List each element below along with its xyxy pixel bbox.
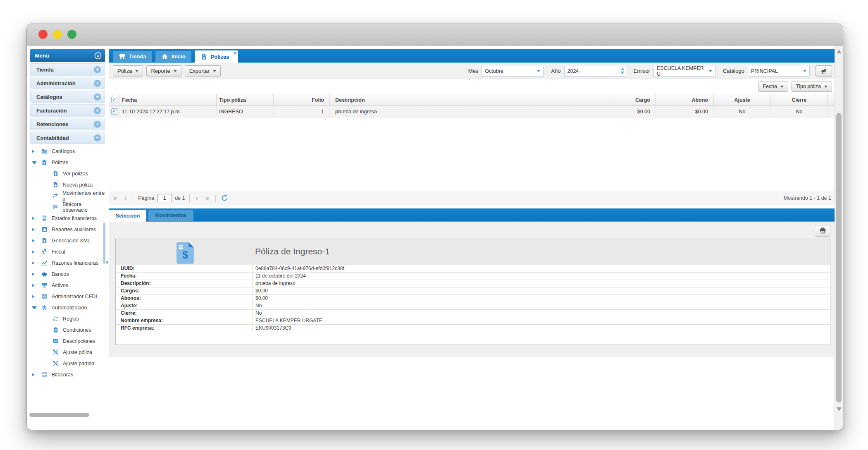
toolbar: Póliza Reporte Exportar Mes Octubre Año …: [109, 63, 835, 79]
row-checkbox[interactable]: ✓: [109, 106, 119, 117]
sidebar-section-catalogos[interactable]: Catálogos +: [30, 91, 105, 103]
detail-tab-seleccion[interactable]: Selección: [109, 210, 146, 222]
column-header-folio[interactable]: Folio: [274, 94, 330, 105]
tree-item-generacion-xml[interactable]: Generación XML: [30, 235, 105, 246]
tree-item-condiciones[interactable]: Condiciones: [30, 324, 105, 335]
tree-item-automatizacion[interactable]: Automatización: [30, 302, 105, 313]
sidebar-section-retenciones[interactable]: Retenciones +: [30, 118, 105, 130]
close-window-button[interactable]: [38, 30, 48, 39]
tree-item-reglas[interactable]: 12 Reglas: [30, 313, 105, 324]
tree-item-reportes-auxiliares[interactable]: Reportes auxiliares: [30, 224, 105, 235]
expand-toggle-icon[interactable]: +: [94, 80, 101, 87]
tree-item-fiscal[interactable]: Fiscal: [30, 246, 105, 257]
maximize-window-button[interactable]: [67, 30, 76, 39]
chevron-down-icon: [213, 70, 216, 72]
previous-page-button[interactable]: ‹: [124, 195, 126, 201]
detail-tab-movimientos[interactable]: Movimientos: [148, 210, 193, 221]
tree-arrow-icon[interactable]: [32, 295, 37, 298]
tree-item-nueva-poliza[interactable]: Nueva póliza: [30, 179, 105, 190]
table-row[interactable]: ✓11-10-2024 12:22:17 p.m.INGRESO1prueba …: [109, 106, 835, 117]
tree-item-catalogos[interactable]: Catálogos: [30, 146, 105, 157]
tree-item-ajuste-poliza[interactable]: Ajuste póliza: [30, 347, 105, 358]
page-number-input[interactable]: [157, 194, 172, 202]
collapse-sidebar-icon[interactable]: «: [94, 52, 102, 60]
print-button[interactable]: [815, 225, 830, 237]
tree-item-bitacoras[interactable]: Bitácoras: [30, 369, 105, 380]
expand-toggle-icon[interactable]: +: [94, 66, 101, 73]
spinner-arrows-icon[interactable]: [621, 68, 624, 74]
sidebar-section-contabilidad[interactable]: Contabilidad −: [30, 132, 105, 144]
splitter-collapse-arrow[interactable]: [105, 260, 108, 264]
tree-item-bitacora-observacio[interactable]: Bitácora observacio: [30, 201, 105, 213]
tree-item-label: Ajuste partida: [63, 361, 94, 366]
clear-filters-button[interactable]: [816, 65, 832, 77]
column-header-fecha[interactable]: Fecha: [119, 94, 217, 105]
catalogo-combobox[interactable]: PRINCIPAL: [748, 66, 810, 77]
emisor-value: ESCUELA KEMPER U: [657, 65, 709, 77]
sidebar-horizontal-scrollbar-thumb[interactable]: [29, 413, 89, 417]
sidebar-section-administracion[interactable]: Administración +: [30, 77, 105, 89]
column-header-descripcion[interactable]: Descripción: [330, 94, 610, 105]
tree-item-label: Estados financieros: [52, 215, 97, 221]
tree-item-movimientos-entre-p[interactable]: Movimientos entre p: [30, 190, 105, 201]
tree-item-descripciones[interactable]: AD Descripciones: [30, 335, 105, 347]
tree-item-estados-financieros[interactable]: Estados financieros: [30, 213, 105, 224]
sidebar-header[interactable]: Menú «: [30, 49, 105, 62]
sort-by-tipo-poliza-button[interactable]: Tipo póliza: [792, 81, 832, 92]
tree-item-ajuste-partida[interactable]: Ajuste partida: [30, 358, 105, 369]
tree-item-polizas[interactable]: $ Pólizas: [30, 157, 105, 168]
tree-item-bancos[interactable]: Bancos: [30, 268, 105, 280]
tree-arrow-icon[interactable]: [32, 373, 37, 376]
tree-arrow-icon[interactable]: [32, 284, 37, 287]
scroll-down-icon[interactable]: [837, 407, 842, 411]
column-header-tipo-poliza[interactable]: Tipo póliza: [217, 94, 274, 105]
tree-arrow-icon[interactable]: [32, 150, 37, 153]
sidebar-scrollbar-thumb[interactable]: [103, 223, 105, 264]
tree-item-ver-polizas[interactable]: $ Ver pólizas: [30, 168, 105, 179]
tree-arrow-icon[interactable]: [32, 273, 37, 276]
tree-arrow-icon[interactable]: [32, 217, 37, 220]
cell-ajuste: No: [714, 106, 771, 117]
column-header-ajuste[interactable]: Ajuste: [714, 94, 771, 105]
last-page-button[interactable]: »: [205, 195, 209, 201]
tree-arrow-icon[interactable]: [32, 228, 37, 231]
tab-polizas[interactable]: $ Pólizas ×: [195, 50, 238, 63]
tab-tienda[interactable]: Tienda: [113, 51, 152, 62]
column-header-abono[interactable]: Abono: [656, 94, 714, 105]
close-tab-icon[interactable]: ×: [234, 51, 236, 56]
vertical-scrollbar-thumb[interactable]: [836, 113, 842, 402]
scroll-up-icon[interactable]: [837, 50, 842, 53]
minimize-window-button[interactable]: [53, 30, 62, 39]
expand-toggle-icon[interactable]: +: [94, 121, 101, 128]
expand-toggle-icon[interactable]: −: [94, 134, 101, 141]
expand-toggle-icon[interactable]: +: [94, 107, 101, 114]
reporte-menu-button[interactable]: Reporte: [146, 65, 181, 77]
first-page-button[interactable]: «: [113, 195, 117, 201]
tree-arrow-icon[interactable]: [32, 261, 37, 265]
refresh-icon[interactable]: [221, 194, 228, 202]
tree-arrow-icon[interactable]: [32, 250, 37, 254]
tree-arrow-icon[interactable]: [32, 161, 37, 164]
select-all-checkbox[interactable]: ✓: [109, 94, 119, 105]
mes-value: Octubre: [485, 68, 503, 74]
mes-combobox[interactable]: Octubre: [482, 66, 544, 77]
tree-item-administrador-cfdi[interactable]: <> Administrador CFDI: [30, 291, 105, 302]
sort-by-fecha-button[interactable]: Fecha: [758, 81, 788, 92]
column-header-cargo[interactable]: Cargo: [610, 94, 656, 105]
window-titlebar[interactable]: [27, 24, 843, 45]
ano-spinner[interactable]: 2024: [564, 66, 626, 77]
expand-toggle-icon[interactable]: +: [94, 93, 101, 101]
vertical-scrollbar[interactable]: [835, 45, 843, 430]
poliza-menu-button[interactable]: Póliza: [113, 65, 143, 77]
sidebar-section-tienda[interactable]: Tienda +: [30, 63, 105, 76]
emisor-combobox[interactable]: ESCUELA KEMPER U: [653, 66, 715, 77]
sidebar-section-facturacion[interactable]: Facturación +: [30, 104, 105, 117]
column-header-cierre[interactable]: Cierre: [771, 94, 828, 105]
tree-arrow-icon[interactable]: [32, 306, 37, 309]
tree-item-activos[interactable]: Activos: [30, 280, 105, 291]
tab-inicio[interactable]: Inicio: [155, 51, 191, 62]
exportar-menu-button[interactable]: Exportar: [185, 65, 221, 77]
tree-arrow-icon[interactable]: [32, 239, 37, 242]
next-page-button[interactable]: ›: [196, 195, 198, 201]
tree-item-razones-financieras[interactable]: Razones financieras: [30, 257, 105, 268]
